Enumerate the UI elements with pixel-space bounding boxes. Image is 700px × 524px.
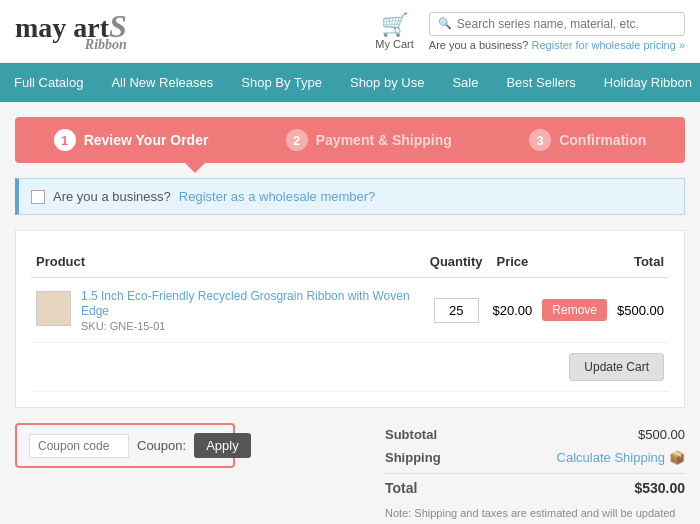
step-1-label: Review Your Order	[84, 132, 209, 148]
totals-area: Subtotal $500.00 Shipping Calculate Ship…	[385, 423, 685, 524]
col-product: Product	[31, 246, 425, 278]
nav-all-new-releases[interactable]: All New Releases	[97, 63, 227, 102]
business-text: Are you a business?	[53, 189, 171, 204]
step-confirmation: 3 Confirmation	[529, 129, 646, 151]
nav-shop-by-use[interactable]: Shop by Use	[336, 63, 438, 102]
note-text: Note: Shipping and taxes are estimated a…	[385, 505, 685, 524]
nav-best-sellers[interactable]: Best Sellers	[492, 63, 589, 102]
checkout-steps: 1 Review Your Order 2 Payment & Shipping…	[15, 117, 685, 163]
main-nav: Full Catalog All New Releases Shop By Ty…	[0, 63, 700, 102]
logo-sub: Ribbon	[15, 38, 127, 52]
business-banner: Are you a business? Register as a wholes…	[15, 178, 685, 215]
apply-button[interactable]: Apply	[194, 433, 251, 458]
checkbox-icon	[31, 190, 45, 204]
nav-holiday-ribbon[interactable]: Holiday Ribbon	[590, 63, 700, 102]
shipping-row: Shipping Calculate Shipping 📦	[385, 446, 685, 469]
step-3-label: Confirmation	[559, 132, 646, 148]
total-value: $530.00	[634, 480, 685, 496]
cart-table: Product Quantity Price Total 1.5 Inch Ec…	[31, 246, 669, 392]
remove-button[interactable]: Remove	[542, 299, 607, 321]
cart-button[interactable]: 🛒 My Cart	[375, 12, 414, 50]
product-price: $20.00	[493, 303, 533, 318]
cart-label: My Cart	[375, 38, 414, 50]
total-row: Total $530.00	[385, 473, 685, 500]
subtotal-value: $500.00	[638, 427, 685, 442]
quantity-input[interactable]	[434, 298, 479, 323]
wholesale-link[interactable]: Register for wholesale pricing »	[532, 39, 685, 51]
col-price: Price	[488, 246, 538, 278]
product-total: $500.00	[617, 303, 664, 318]
total-label: Total	[385, 480, 417, 496]
step-3-num: 3	[529, 129, 551, 151]
table-row: 1.5 Inch Eco-Friendly Recycled Grosgrain…	[31, 278, 669, 343]
site-header: may artS Ribbon 🛒 My Cart 🔍 Are you a bu…	[0, 0, 700, 63]
shipping-link[interactable]: Calculate Shipping 📦	[557, 450, 685, 465]
product-sku: SKU: GNE-15-01	[81, 320, 420, 332]
header-right: 🛒 My Cart 🔍 Are you a business? Register…	[375, 12, 685, 51]
steps-arrow	[185, 163, 205, 173]
product-image	[36, 291, 71, 326]
step-review: 1 Review Your Order	[54, 129, 209, 151]
update-cart-button[interactable]: Update Cart	[569, 353, 664, 381]
search-input[interactable]	[457, 17, 647, 31]
main-content: 1 Review Your Order 2 Payment & Shipping…	[0, 102, 700, 524]
col-total: Total	[612, 246, 669, 278]
col-quantity: Quantity	[425, 246, 488, 278]
business-link[interactable]: Register as a wholesale member?	[179, 189, 376, 204]
step-payment: 2 Payment & Shipping	[286, 129, 452, 151]
product-link[interactable]: 1.5 Inch Eco-Friendly Recycled Grosgrain…	[81, 289, 410, 318]
shipping-label: Shipping	[385, 450, 441, 465]
site-logo[interactable]: may artS Ribbon	[15, 10, 127, 52]
cart-icon: 🛒	[381, 12, 408, 38]
coupon-input[interactable]	[29, 434, 129, 458]
coupon-label: Coupon:	[137, 438, 186, 453]
coupon-area: Coupon: Apply	[15, 423, 235, 468]
cart-section: Product Quantity Price Total 1.5 Inch Ec…	[15, 230, 685, 408]
bottom-section: Coupon: Apply Subtotal $500.00 Shipping …	[15, 423, 685, 524]
nav-shop-by-type[interactable]: Shop By Type	[227, 63, 336, 102]
subtotal-row: Subtotal $500.00	[385, 423, 685, 446]
nav-sale[interactable]: Sale	[438, 63, 492, 102]
wholesale-banner: Are you a business? Register for wholesa…	[429, 39, 685, 51]
step-1-num: 1	[54, 129, 76, 151]
step-2-num: 2	[286, 129, 308, 151]
search-area: 🔍 Are you a business? Register for whole…	[429, 12, 685, 51]
search-icon: 🔍	[438, 17, 452, 30]
col-remove	[537, 246, 612, 278]
search-box[interactable]: 🔍	[429, 12, 685, 36]
subtotal-label: Subtotal	[385, 427, 437, 442]
step-2-label: Payment & Shipping	[316, 132, 452, 148]
update-cart-row: Update Cart	[31, 343, 669, 392]
shipping-value: Calculate Shipping	[557, 450, 665, 465]
shipping-icon: 📦	[669, 450, 685, 465]
nav-full-catalog[interactable]: Full Catalog	[0, 63, 97, 102]
